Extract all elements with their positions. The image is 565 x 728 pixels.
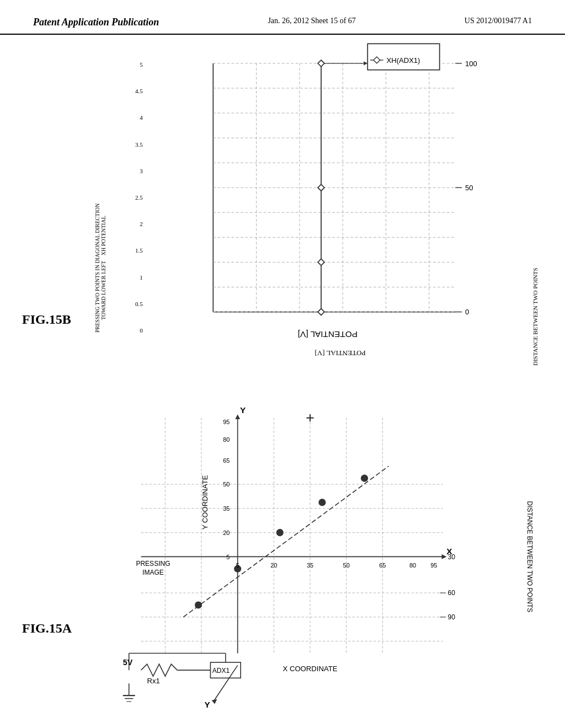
svg-text:100: 100	[465, 60, 477, 68]
svg-text:95: 95	[430, 562, 437, 569]
svg-text:5: 5	[236, 562, 239, 569]
svg-point-56	[318, 499, 326, 506]
svg-marker-21	[318, 184, 324, 191]
svg-text:5V: 5V	[123, 658, 133, 667]
fig15b-x-axis-label: POTENTIAL [V]	[170, 349, 510, 357]
svg-text:POTENTIAL [V]: POTENTIAL [V]	[297, 330, 357, 339]
page-content: FIG.15B PRESSING TWO POINTS IN DIAGONAL …	[0, 35, 565, 713]
svg-text:Y: Y	[204, 700, 210, 709]
svg-text:ADX1: ADX1	[212, 667, 230, 675]
publication-date-sheet: Jan. 26, 2012 Sheet 15 of 67	[268, 17, 355, 25]
svg-text:DISTANCE BETWEEN TWO POINTS: DISTANCE BETWEEN TWO POINTS	[526, 501, 534, 612]
svg-text:20: 20	[270, 562, 277, 569]
fig15b-svg: XH(ADX1) POTENTIAL [V] 100 50 0	[143, 57, 532, 338]
svg-text:90: 90	[448, 613, 456, 621]
fig15b-container: FIG.15B PRESSING TWO POINTS IN DIAGONAL …	[22, 57, 543, 366]
svg-text:Y: Y	[240, 405, 246, 415]
svg-text:50: 50	[465, 184, 473, 192]
svg-text:80: 80	[409, 562, 416, 569]
svg-text:IMAGE: IMAGE	[142, 569, 164, 576]
svg-text:Rx1: Rx1	[147, 677, 160, 685]
svg-point-55	[276, 529, 284, 536]
svg-marker-19	[318, 309, 324, 315]
svg-marker-24	[364, 61, 367, 65]
svg-text:20: 20	[223, 529, 230, 536]
svg-text:50: 50	[343, 562, 350, 569]
svg-text:50: 50	[223, 481, 230, 488]
svg-marker-22	[318, 60, 324, 67]
svg-text:35: 35	[307, 562, 313, 569]
svg-text:95: 95	[223, 419, 230, 425]
fig15a-svg: PRESSING IMAGE X COORDINATE 5 20 35 50 6…	[77, 388, 543, 708]
svg-text:65: 65	[223, 457, 230, 464]
svg-text:XH(ADX1): XH(ADX1)	[386, 56, 420, 65]
svg-point-53	[195, 601, 202, 608]
svg-marker-20	[318, 259, 324, 265]
publication-number: US 2012/0019477 A1	[465, 17, 532, 25]
svg-marker-39	[235, 414, 240, 419]
fig15b-label: FIG.15B	[22, 57, 71, 366]
fig15b-y-axis-title: PRESSING TWO POINTS IN DIAGONAL DIRECTIO…	[76, 57, 125, 366]
svg-text:65: 65	[379, 562, 386, 569]
svg-text:0: 0	[465, 308, 469, 316]
page-header: Patent Application Publication Jan. 26, …	[0, 0, 565, 35]
svg-text:80: 80	[223, 436, 230, 443]
svg-text:X COORDINATE: X COORDINATE	[283, 665, 338, 673]
svg-text:5: 5	[226, 554, 230, 560]
fig15b-right-label: DISTANCE BETWEEN TWO POINTS	[532, 57, 543, 366]
svg-marker-98	[212, 699, 217, 704]
svg-text:PRESSING: PRESSING	[136, 560, 170, 568]
svg-point-57	[361, 475, 368, 482]
svg-text:60: 60	[448, 589, 456, 597]
svg-text:Y COORDINATE: Y COORDINATE	[201, 475, 209, 529]
fig15a-chart: PRESSING IMAGE X COORDINATE 5 20 35 50 6…	[77, 388, 543, 708]
fig15b-plot: XH(ADX1) POTENTIAL [V] 100 50 0 POTENTIA…	[143, 57, 532, 338]
svg-text:X: X	[446, 547, 452, 556]
fig15a-label: FIG.15A	[22, 388, 72, 708]
fig15b-y-ticks: 5 4.5 4 3.5 3 2.5 2 1.5 1 0.5 0	[125, 57, 143, 366]
svg-line-52	[183, 466, 388, 617]
fig15a-container: FIG.15A	[22, 388, 543, 708]
svg-text:35: 35	[223, 505, 230, 512]
publication-title: Patent Application Publication	[33, 17, 159, 28]
